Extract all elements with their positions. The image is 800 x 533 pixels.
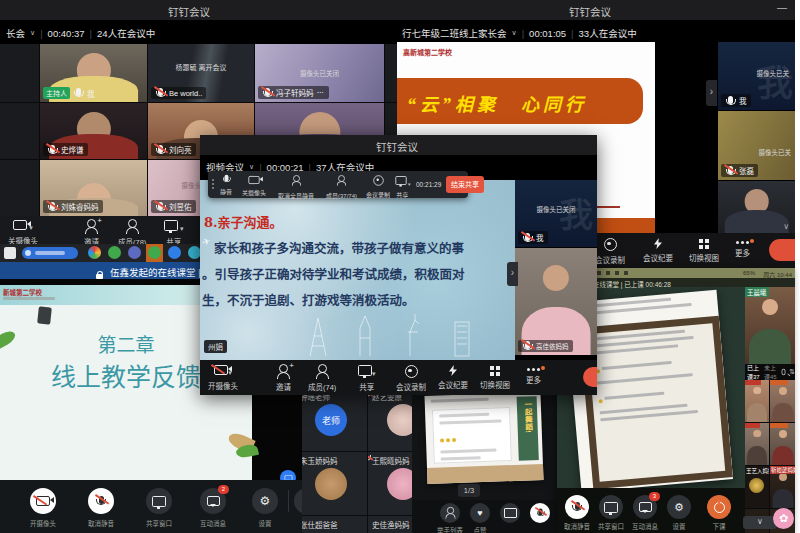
share-button[interactable]: ▾ 共享 bbox=[394, 175, 411, 199]
share-button[interactable]: ▾ 共享 bbox=[164, 220, 184, 247]
unmute-all-button[interactable]: 取消全员静音 bbox=[278, 174, 314, 200]
invite-button[interactable]: 邀请 bbox=[276, 364, 291, 392]
leave-class-button[interactable] bbox=[294, 488, 302, 514]
student-tile[interactable] bbox=[745, 380, 769, 422]
video-tile[interactable]: 刘姝睿妈妈 bbox=[40, 160, 147, 216]
more-button[interactable]: 更多 bbox=[735, 241, 750, 258]
camera-on-button[interactable] bbox=[30, 488, 56, 514]
taskbar-logo-icon[interactable] bbox=[4, 247, 16, 259]
end-class-button[interactable] bbox=[707, 495, 731, 519]
messages-button[interactable]: 3 bbox=[633, 495, 657, 519]
layout-button[interactable]: 切换视图 bbox=[480, 366, 510, 390]
members-button[interactable]: 成员(78) bbox=[118, 219, 146, 247]
participant-name: 我 bbox=[87, 88, 95, 99]
stop-share-button[interactable]: 结束共享 bbox=[446, 176, 484, 193]
chevron-down-icon[interactable]: ∨ bbox=[30, 29, 35, 37]
chevron-down-icon[interactable]: ∨ bbox=[249, 163, 254, 171]
titlebar-b[interactable]: 钉钉会议 — bbox=[397, 0, 795, 20]
messages-button[interactable]: 2 bbox=[200, 488, 226, 514]
members-icon bbox=[128, 219, 137, 228]
minutes-button[interactable]: 会议纪要 bbox=[643, 238, 673, 263]
chevron-down-icon[interactable]: ∨ bbox=[512, 29, 517, 37]
window-meeting-c: 钉钉会议 视频会议 ∨ | 00:00:21 | 37人在会议中 8.亲子沟通。… bbox=[200, 135, 597, 395]
video-tile[interactable]: 摄像头已关闭 冯子轩妈妈 ⋯ bbox=[255, 44, 384, 102]
camera-toggle-button[interactable]: ▾ 开摄像头 bbox=[208, 365, 238, 391]
meeting-name[interactable]: 行七年级二班线上家长会 bbox=[402, 26, 507, 40]
board-button[interactable] bbox=[500, 503, 520, 523]
taskbar-app-icon[interactable] bbox=[108, 246, 121, 259]
taskbar-app-icon[interactable] bbox=[128, 246, 141, 259]
share-button[interactable]: ▾ 共享 bbox=[358, 365, 376, 392]
search-icon[interactable] bbox=[781, 369, 785, 375]
like-button[interactable]: ♥ bbox=[470, 503, 490, 523]
teacher-video-tile[interactable]: 王晨曦 bbox=[745, 287, 795, 364]
leave-meeting-button[interactable] bbox=[769, 239, 795, 261]
page-indicator[interactable]: 1/3 bbox=[458, 484, 480, 497]
sidebar-collapse-handle[interactable]: › bbox=[507, 262, 518, 286]
record-button[interactable]: 会议录制 bbox=[396, 365, 426, 392]
video-tile[interactable] bbox=[0, 44, 39, 102]
collapse-icon[interactable]: ∨ bbox=[783, 222, 789, 231]
not-joined-count[interactable]: 未上课45 bbox=[764, 363, 778, 381]
participant-tile[interactable]: 朱玉娇妈妈 bbox=[296, 452, 367, 515]
share-window-button[interactable] bbox=[599, 495, 623, 519]
video-tile[interactable]: 杨蕙毓 离开会议 Be world.. bbox=[148, 44, 254, 102]
roster-collapse-button[interactable]: ∨ bbox=[743, 516, 777, 529]
titlebar-a[interactable]: 钉钉会议 bbox=[0, 0, 432, 20]
raise-hand-list-button[interactable] bbox=[440, 503, 460, 523]
titlebar-c[interactable]: 钉钉会议 bbox=[200, 135, 597, 155]
layout-button[interactable]: 切换视图 bbox=[689, 239, 719, 263]
video-tile-me[interactable]: 我 摄像头已关 我 bbox=[718, 42, 795, 110]
share-screen-icon bbox=[604, 502, 618, 513]
unmute-button[interactable] bbox=[565, 495, 589, 519]
taskbar-app-icon[interactable] bbox=[168, 246, 181, 259]
video-tile[interactable]: 摄像头已关 张磊 bbox=[718, 111, 795, 180]
video-tile-me[interactable]: 我 摄像头已关闭 我 bbox=[515, 180, 597, 247]
drag-handle[interactable] bbox=[212, 179, 214, 189]
student-tile[interactable] bbox=[745, 423, 769, 465]
participant-tile[interactable]: 钟瑶老师 老师 bbox=[296, 388, 367, 451]
camera-off-text: 摄像头已关闭 bbox=[515, 204, 597, 214]
student-tile[interactable]: 靳崧懿妈妈 bbox=[770, 466, 795, 508]
meeting-name[interactable]: 长会 bbox=[6, 26, 25, 40]
minutes-button[interactable]: 会议纪要 bbox=[438, 365, 468, 390]
members-button[interactable]: 成员(37/74) bbox=[326, 174, 357, 200]
sidebar-collapse-handle[interactable]: › bbox=[706, 80, 717, 106]
video-tile[interactable]: 高佳依妈妈 bbox=[515, 248, 597, 355]
members-button[interactable]: 成员(74) bbox=[308, 364, 336, 392]
record-button[interactable]: 会议录制 bbox=[366, 174, 390, 199]
taskbar-browser-icon[interactable] bbox=[88, 246, 101, 259]
beauty-flower-button[interactable]: ✿ bbox=[773, 508, 794, 529]
invite-button[interactable]: 邀请 bbox=[84, 219, 99, 247]
student-tile[interactable] bbox=[770, 423, 795, 465]
more-options[interactable]: ⋯ bbox=[317, 88, 326, 97]
video-tile-me[interactable]: 主持人 我 bbox=[40, 44, 147, 102]
camera-button[interactable]: 关摄像头 bbox=[242, 175, 266, 197]
camera-toggle-button[interactable]: ▾ 关摄像头 bbox=[8, 220, 38, 246]
video-tile[interactable]: 史烨谦 bbox=[40, 103, 147, 159]
participant-tile[interactable]: 张仕超爸爸 bbox=[296, 516, 367, 533]
unmute-button[interactable] bbox=[88, 488, 114, 514]
doc-text-bar bbox=[431, 398, 489, 403]
video-tile[interactable] bbox=[0, 160, 39, 216]
video-tile[interactable] bbox=[0, 103, 39, 159]
taskbar-active-app[interactable] bbox=[146, 244, 163, 262]
mute-button[interactable]: 静音 bbox=[220, 174, 232, 196]
share-window-button[interactable] bbox=[146, 488, 172, 514]
settings-button[interactable]: ⚙ bbox=[667, 495, 691, 519]
share-control-bar[interactable]: 静音 关摄像头 取消全员静音 成员(37/74) 会议录制 ▾ 共享 bbox=[208, 171, 468, 198]
minimize-button[interactable]: — bbox=[777, 2, 787, 13]
more-button[interactable]: 更多 bbox=[526, 368, 541, 385]
video-tile[interactable]: ∨ bbox=[718, 181, 795, 233]
stop-share-side-button[interactable] bbox=[583, 367, 597, 387]
mute-all-button[interactable] bbox=[530, 503, 550, 523]
student-tile[interactable] bbox=[770, 380, 795, 422]
record-button[interactable]: 会议录制 bbox=[595, 238, 625, 265]
leave-toast: 杨蕙毓 离开会议 bbox=[148, 62, 254, 72]
student-tile[interactable]: 王艺入妈妈 bbox=[745, 466, 769, 508]
grid-view-icon bbox=[699, 239, 703, 243]
settings-button[interactable]: ⚙ bbox=[252, 488, 278, 514]
mic-muted-icon bbox=[158, 202, 163, 210]
mic-icon bbox=[728, 96, 733, 104]
search-pill[interactable] bbox=[22, 247, 78, 259]
